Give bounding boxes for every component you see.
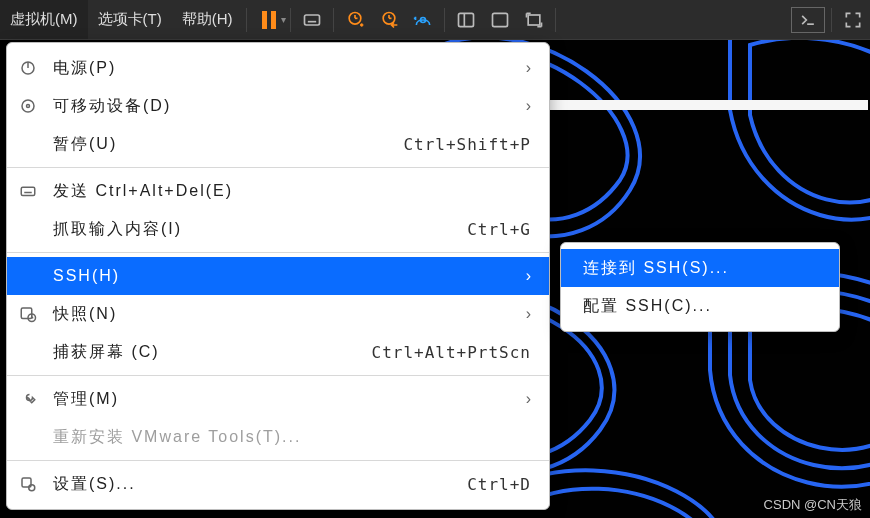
svg-rect-15	[493, 13, 508, 26]
menu-label: 暂停(U)	[53, 134, 403, 155]
send-key-button[interactable]	[295, 0, 329, 39]
menu-ssh[interactable]: SSH(H) ›	[7, 257, 549, 295]
svg-rect-28	[21, 308, 32, 319]
view-unity-button[interactable]	[517, 0, 551, 39]
menu-label: 电源(P)	[53, 58, 517, 79]
wrench-icon	[19, 390, 53, 408]
menu-label: 可移动设备(D)	[53, 96, 517, 117]
svg-rect-26	[21, 187, 35, 195]
menu-power[interactable]: 电源(P) ›	[7, 49, 549, 87]
watermark-text: CSDN @CN天狼	[764, 496, 862, 514]
menu-label: 捕获屏幕 (C)	[53, 342, 372, 363]
svg-rect-0	[262, 11, 267, 29]
shortcut-text: Ctrl+G	[467, 220, 531, 239]
menu-tabs[interactable]: 选项卡(T)	[88, 0, 172, 39]
submenu-ssh-connect[interactable]: 连接到 SSH(S)...	[561, 249, 839, 287]
svg-point-25	[27, 105, 30, 108]
svg-rect-16	[529, 15, 541, 25]
svg-rect-13	[459, 13, 474, 26]
submenu-arrow-icon: ›	[517, 59, 531, 77]
separator	[555, 8, 556, 32]
menu-label: 发送 Ctrl+Alt+Del(E)	[53, 181, 531, 202]
menu-snapshot[interactable]: 快照(N) ›	[7, 295, 549, 333]
menu-label: 管理(M)	[53, 389, 517, 410]
submenu-arrow-icon: ›	[517, 305, 531, 323]
separator	[831, 8, 832, 32]
power-icon	[19, 59, 53, 77]
menu-label: 配置 SSH(C)...	[583, 296, 821, 317]
menu-label: 设置(S)...	[53, 474, 467, 495]
pause-button[interactable]: ▾	[261, 11, 286, 29]
shortcut-text: Ctrl+D	[467, 475, 531, 494]
menu-send-cad[interactable]: 发送 Ctrl+Alt+Del(E)	[7, 172, 549, 210]
menu-separator	[7, 460, 549, 461]
separator	[444, 8, 445, 32]
submenu-arrow-icon: ›	[517, 267, 531, 285]
submenu-arrow-icon: ›	[517, 390, 531, 408]
shortcut-text: Ctrl+Alt+PrtScn	[372, 343, 532, 362]
separator	[246, 8, 247, 32]
menu-separator	[7, 252, 549, 253]
menu-manage[interactable]: 管理(M) ›	[7, 380, 549, 418]
vm-menu-dropdown: 电源(P) › 可移动设备(D) › 暂停(U) Ctrl+Shift+P 发送…	[6, 42, 550, 510]
shortcut-text: Ctrl+Shift+P	[403, 135, 531, 154]
menu-settings[interactable]: 设置(S)... Ctrl+D	[7, 465, 549, 503]
menu-capture-screen[interactable]: 捕获屏幕 (C) Ctrl+Alt+PrtScn	[7, 333, 549, 371]
menu-separator	[7, 167, 549, 168]
snapshot-revert-button[interactable]	[372, 0, 406, 39]
svg-point-33	[29, 485, 35, 491]
menubar: 虚拟机(M) 选项卡(T) 帮助(H) ▾	[0, 0, 870, 40]
menu-help[interactable]: 帮助(H)	[172, 0, 243, 39]
menu-removable-devices[interactable]: 可移动设备(D) ›	[7, 87, 549, 125]
separator	[333, 8, 334, 32]
separator	[290, 8, 291, 32]
svg-point-24	[22, 100, 34, 112]
snapshot-manage-button[interactable]	[406, 0, 440, 39]
view-single-button[interactable]	[449, 0, 483, 39]
menu-label: 抓取输入内容(I)	[53, 219, 467, 240]
tab-bar-bg	[548, 100, 868, 110]
dropdown-arrow-icon: ▾	[281, 14, 286, 25]
fullscreen-button[interactable]	[836, 0, 870, 39]
menu-reinstall-tools: 重新安装 VMware Tools(T)...	[7, 418, 549, 456]
snapshot-icon	[19, 305, 53, 323]
menu-pause[interactable]: 暂停(U) Ctrl+Shift+P	[7, 125, 549, 163]
menu-label: 连接到 SSH(S)...	[583, 258, 821, 279]
svg-rect-1	[271, 11, 276, 29]
menu-label: 快照(N)	[53, 304, 517, 325]
keyboard-icon	[19, 182, 53, 200]
disc-icon	[19, 97, 53, 115]
svg-rect-2	[305, 15, 320, 25]
settings-icon	[19, 475, 53, 493]
console-button[interactable]	[791, 7, 825, 33]
menu-separator	[7, 375, 549, 376]
menu-label: SSH(H)	[53, 267, 517, 285]
ssh-submenu: 连接到 SSH(S)... 配置 SSH(C)...	[560, 242, 840, 332]
menu-grab-input[interactable]: 抓取输入内容(I) Ctrl+G	[7, 210, 549, 248]
snapshot-take-button[interactable]	[338, 0, 372, 39]
submenu-ssh-config[interactable]: 配置 SSH(C)...	[561, 287, 839, 325]
view-tabs-button[interactable]	[483, 0, 517, 39]
submenu-arrow-icon: ›	[517, 97, 531, 115]
menu-vm[interactable]: 虚拟机(M)	[0, 0, 88, 39]
menu-label: 重新安装 VMware Tools(T)...	[53, 427, 531, 448]
